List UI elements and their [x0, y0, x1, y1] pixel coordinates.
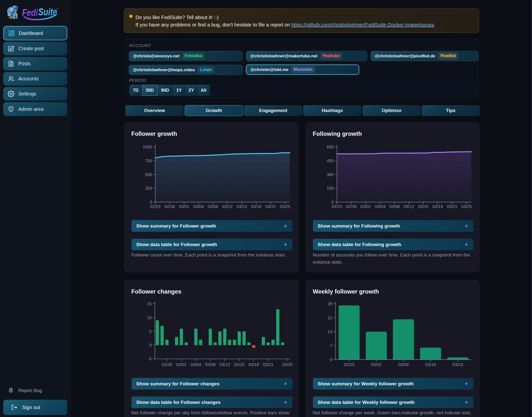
svg-text:21: 21 [328, 316, 332, 320]
svg-text:03/02: 03/02 [371, 362, 382, 367]
svg-text:0: 0 [150, 200, 152, 205]
svg-text:02/26: 02/26 [164, 204, 175, 209]
svg-text:03/21: 03/21 [447, 204, 458, 209]
svg-text:03/25: 03/25 [461, 204, 472, 209]
svg-text:03/25: 03/25 [280, 204, 290, 209]
svg-text:03/04: 03/04 [193, 204, 204, 209]
svg-text:500: 500 [145, 172, 152, 177]
svg-text:750: 750 [145, 159, 152, 163]
svg-text:03/18: 03/18 [432, 204, 443, 209]
svg-text:03/12: 03/12 [220, 362, 230, 367]
svg-text:Fedi: Fedi [22, 7, 38, 18]
svg-text:03/08: 03/08 [205, 362, 216, 367]
svg-text:03/25: 03/25 [282, 362, 293, 367]
svg-text:02/23: 02/23 [344, 362, 355, 367]
svg-text:-5: -5 [148, 357, 152, 361]
svg-text:15: 15 [147, 301, 152, 306]
svg-text:03/04: 03/04 [191, 362, 201, 367]
svg-text:03/12: 03/12 [222, 204, 233, 209]
svg-text:03/01: 03/01 [360, 204, 371, 209]
svg-text:250: 250 [145, 186, 152, 191]
svg-text:03/21: 03/21 [265, 204, 276, 209]
svg-text:5: 5 [149, 329, 152, 334]
svg-text:7: 7 [330, 343, 332, 348]
svg-text:0: 0 [330, 357, 332, 362]
svg-text:03/04: 03/04 [375, 204, 385, 209]
svg-text:0: 0 [149, 343, 152, 348]
svg-text:150: 150 [327, 186, 333, 191]
svg-text:03/15: 03/15 [237, 204, 247, 209]
svg-text:03/01: 03/01 [179, 204, 189, 209]
svg-text:02/23: 02/23 [150, 204, 161, 209]
svg-text:03/09: 03/09 [398, 362, 409, 367]
svg-text:03/01: 03/01 [176, 362, 187, 367]
svg-text:28: 28 [328, 301, 332, 306]
svg-text:600: 600 [327, 145, 333, 149]
svg-text:10: 10 [147, 315, 152, 320]
svg-text:Suite: Suite [38, 6, 57, 17]
svg-text:300: 300 [327, 172, 333, 177]
svg-text:03/12: 03/12 [404, 204, 414, 209]
svg-text:02/26: 02/26 [346, 204, 357, 209]
svg-text:02/26: 02/26 [162, 362, 172, 367]
svg-text:03/18: 03/18 [251, 204, 262, 209]
svg-text:03/15: 03/15 [418, 204, 429, 209]
svg-text:03/18: 03/18 [248, 362, 259, 367]
svg-text:1000: 1000 [143, 145, 152, 149]
svg-text:03/21: 03/21 [263, 362, 274, 367]
svg-text:02/23: 02/23 [332, 204, 342, 209]
svg-text:14: 14 [328, 329, 332, 334]
svg-text:03/08: 03/08 [389, 204, 400, 209]
svg-text:450: 450 [327, 159, 333, 163]
svg-text:03/15: 03/15 [234, 362, 245, 367]
svg-text:03/16: 03/16 [425, 362, 436, 367]
svg-text:0: 0 [331, 200, 333, 205]
svg-text:03/23: 03/23 [452, 362, 463, 367]
svg-text:03/08: 03/08 [208, 204, 218, 209]
